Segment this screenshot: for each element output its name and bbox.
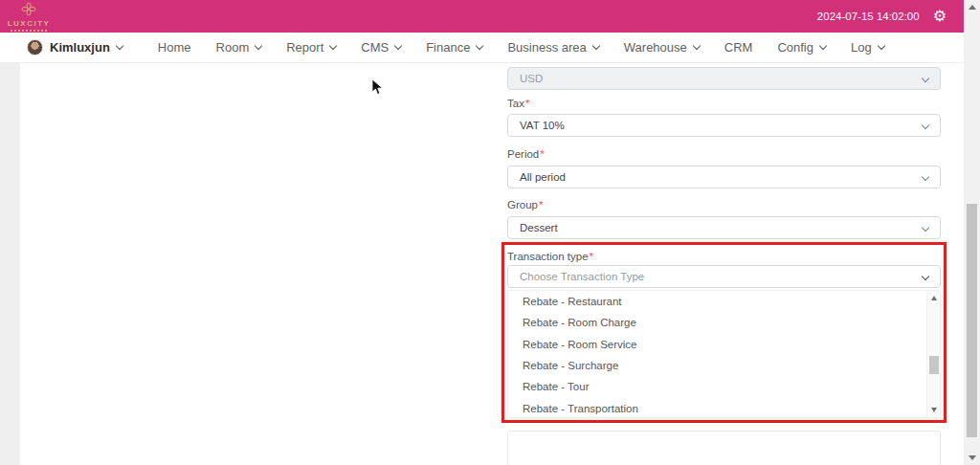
chevron-down-icon — [922, 122, 929, 129]
currency-select: USD — [507, 67, 941, 90]
chevron-down-icon — [922, 273, 929, 280]
dropdown-option[interactable]: Rebate - Transportation — [508, 397, 927, 418]
user-avatar — [27, 39, 43, 55]
form-panel: USD Tax* VAT 10% Period* All period Grou… — [20, 63, 964, 465]
user-menu[interactable]: Kimluxjun — [27, 39, 122, 55]
page-background: USD Tax* VAT 10% Period* All period Grou… — [0, 63, 964, 465]
nav-item-cms[interactable]: CMS — [361, 40, 401, 55]
chevron-down-icon — [592, 42, 600, 50]
nav-item-report[interactable]: Report — [286, 40, 336, 55]
chevron-down-icon — [819, 42, 827, 50]
tax-select[interactable]: VAT 10% — [507, 114, 941, 137]
chevron-down-icon — [922, 224, 929, 232]
nav-item-home[interactable]: Home — [158, 40, 191, 55]
chevron-down-icon — [922, 173, 929, 181]
luxcity-flower-icon — [21, 2, 36, 19]
dropdown-scroll-thumb[interactable] — [929, 356, 939, 374]
dropdown-option[interactable]: Rebate - Room Service — [508, 334, 927, 355]
scroll-down-icon[interactable] — [969, 455, 976, 460]
chevron-down-icon — [116, 42, 123, 50]
nav-item-crm[interactable]: CRM — [724, 40, 753, 55]
nav-item-finance[interactable]: Finance — [426, 40, 482, 55]
period-select[interactable]: All period — [507, 166, 941, 188]
page-scroll-thumb[interactable] — [967, 204, 977, 437]
tax-label: Tax* — [507, 98, 529, 109]
scroll-up-icon[interactable] — [969, 5, 976, 10]
nav-item-log[interactable]: Log — [851, 40, 884, 55]
nav-item-warehouse[interactable]: Warehouse — [624, 40, 700, 55]
nav-item-config[interactable]: Config — [777, 40, 826, 55]
scroll-down-icon[interactable] — [931, 408, 937, 412]
scroll-up-icon[interactable] — [931, 296, 937, 300]
app-header: LUXCITY 2024-07-15 14:02:00 ⚙ — [0, 0, 964, 33]
chevron-down-icon — [476, 42, 483, 50]
transaction-type-label: Transaction type* — [507, 251, 593, 262]
notes-textarea[interactable] — [507, 431, 941, 465]
page-scrollbar[interactable] — [964, 0, 980, 465]
chevron-down-icon — [394, 42, 402, 50]
dropdown-option[interactable]: Rebate - Room Charge — [508, 312, 927, 333]
dropdown-option[interactable]: Rebate - Surcharge — [508, 355, 927, 376]
dropdown-option[interactable]: Rebate - Tour — [508, 376, 927, 397]
transaction-type-select[interactable]: Choose Transaction Type — [507, 265, 941, 288]
period-label: Period* — [507, 148, 545, 160]
chevron-down-icon — [693, 42, 701, 50]
nav-item-business-area[interactable]: Business area — [507, 40, 598, 55]
chevron-down-icon — [329, 42, 337, 50]
header-datetime: 2024-07-15 14:02:00 — [817, 11, 920, 22]
brand-tagline — [11, 30, 47, 32]
user-name: Kimluxjun — [50, 40, 110, 55]
dropdown-scrollbar[interactable] — [926, 291, 940, 417]
brand-name: LUXCITY — [8, 19, 51, 29]
settings-gear-icon[interactable]: ⚙ — [933, 9, 947, 24]
group-select[interactable]: Dessert — [507, 216, 941, 239]
group-label: Group* — [507, 199, 543, 210]
chevron-down-icon — [877, 42, 884, 50]
nav-item-room[interactable]: Room — [216, 40, 262, 55]
dropdown-option[interactable]: Rebate - Restaurant — [508, 291, 927, 312]
main-navbar: Kimluxjun Home Room Report CMS Finance B… — [0, 33, 964, 63]
transaction-type-dropdown: Rebate - Restaurant Rebate - Room Charge… — [507, 290, 941, 418]
chevron-down-icon — [255, 42, 262, 50]
brand-logo[interactable]: LUXCITY — [8, 2, 50, 32]
chevron-down-icon — [922, 75, 929, 82]
